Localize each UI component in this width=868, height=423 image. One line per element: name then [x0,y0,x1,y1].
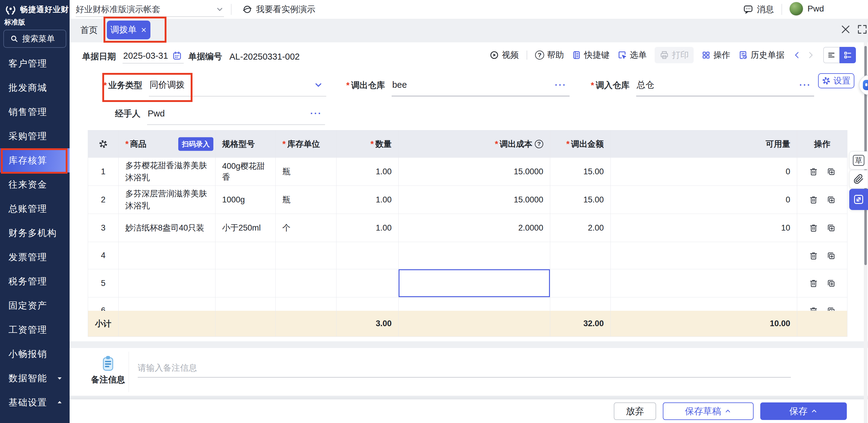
close-icon[interactable] [840,24,851,35]
cell-product[interactable] [119,242,216,269]
cell-qty[interactable]: 1.00 [337,214,399,242]
doc-date-input[interactable]: 2025-03-31 [123,50,184,64]
cell-amount[interactable]: 15.00 [550,186,611,214]
handler-field[interactable]: 经手人 Pwd ··· [115,102,325,125]
delete-row-icon[interactable] [809,167,818,176]
sidebar-item-payroll[interactable]: 工资管理 [0,318,70,342]
draft-list-button[interactable]: 草 [849,151,868,169]
out-warehouse-field[interactable]: * 调出仓库 bee ··· [346,74,569,97]
attachment-button[interactable] [849,170,868,188]
help-button[interactable]: ? 帮助 [535,49,564,61]
cell-qty[interactable]: 1.00 [337,158,399,186]
prev-arrow-icon[interactable] [792,51,801,60]
copy-row-icon[interactable] [827,279,836,288]
sidebar-item-data-intelligence[interactable]: 数据智能 [0,366,70,390]
cell-spec[interactable]: 小于250ml [216,214,276,242]
sidebar-item-expense[interactable]: 小畅报销 [0,342,70,366]
delete-row-icon[interactable] [809,251,818,260]
cell-spec[interactable]: 400g樱花甜香 [216,158,276,186]
more-icon[interactable]: ··· [799,80,811,90]
cell-product[interactable]: 多芬深层营润滋养美肤沐浴乳 [119,186,216,214]
print-button[interactable]: 打印 [655,47,694,63]
demo-link[interactable]: 我要看实例演示 [242,4,315,15]
cell-spec[interactable]: 1000g [216,186,276,214]
sidebar-item-fixed-assets[interactable]: 固定资产 [0,293,70,318]
delete-row-icon[interactable] [809,306,818,311]
cell-unit[interactable] [276,269,337,297]
column-settings-gear-icon[interactable] [88,130,119,158]
cell-cost[interactable] [399,242,550,269]
in-warehouse-field[interactable]: * 调入仓库 总仓 ··· [591,74,814,97]
discard-button[interactable]: 放弃 [614,402,656,420]
pick-order-button[interactable]: 选单 [617,49,647,61]
user-menu[interactable]: Pwd [789,2,824,16]
delete-row-icon[interactable] [809,195,818,204]
list-view-button[interactable] [823,47,840,63]
cell-spec[interactable] [216,242,276,269]
account-selector[interactable]: 好业财标准版演示帐套 [76,2,224,17]
sidebar-item-customer[interactable]: 客户管理 [0,52,70,76]
business-type-field[interactable]: * 业务类型 同价调拨 [103,74,326,97]
copy-row-icon[interactable] [827,195,836,204]
more-icon[interactable]: ··· [310,108,322,119]
cell-cost-selected[interactable] [399,269,550,297]
copy-row-icon[interactable] [827,167,836,176]
cell-amount[interactable]: 2.00 [550,214,611,242]
video-button[interactable]: 视频 [489,49,519,61]
cell-qty[interactable] [337,269,399,297]
copy-row-icon[interactable] [827,306,836,311]
delete-row-icon[interactable] [809,223,818,232]
more-icon[interactable]: ··· [555,80,566,90]
remark-input[interactable] [138,359,791,378]
settings-button[interactable]: 设置 [818,73,855,88]
tab-transfer-order[interactable]: 调拨单 [107,21,150,39]
cell-qty[interactable]: 1.00 [337,186,399,214]
cell-unit[interactable]: 个 [276,214,337,242]
chevron-down-icon[interactable] [314,80,323,90]
calendar-icon[interactable] [172,51,182,61]
save-button[interactable]: 保存 [760,402,847,420]
expand-button[interactable] [849,189,868,210]
copy-row-icon[interactable] [827,251,836,260]
sidebar-item-sales[interactable]: 销售管理 [0,100,70,124]
sidebar-item-multi-org[interactable]: 财务多机构 [0,221,70,245]
sidebar-item-basic-settings[interactable]: 基础设置 [0,390,70,415]
sidebar-item-ledger[interactable]: 总账管理 [0,197,70,221]
cell-unit[interactable]: 瓶 [276,158,337,186]
cell-amount[interactable] [550,242,611,269]
cell-amount[interactable]: 15.00 [550,158,611,186]
cell-cost[interactable]: 2.0000 [399,214,550,242]
fullscreen-icon[interactable] [857,24,867,34]
sidebar-item-funds[interactable]: 往来资金 [0,172,70,197]
cell-product[interactable] [119,269,216,297]
cell-amount[interactable] [550,269,611,297]
tab-home[interactable]: 首页 [80,24,98,36]
cell-cost[interactable]: 15.0000 [399,186,550,214]
sidebar-item-invoice[interactable]: 发票管理 [0,245,70,269]
sidebar-item-tax[interactable]: 税务管理 [0,269,70,293]
cell-cost[interactable]: 15.0000 [399,158,550,186]
history-button[interactable]: 历史单据 [738,49,784,61]
sidebar-item-purchase[interactable]: 采购管理 [0,124,70,148]
cell-unit[interactable]: 瓶 [276,186,337,214]
cell-product[interactable]: 妙洁纸杯8盎司40只装 [119,214,216,242]
cell-unit[interactable] [276,242,337,269]
operate-button[interactable]: 操作 [702,49,730,61]
tab-close-icon[interactable] [141,27,147,33]
cell-qty[interactable] [337,242,399,269]
copy-row-icon[interactable] [827,223,836,232]
menu-search-box[interactable]: 搜索菜单 [3,30,66,48]
delete-row-icon[interactable] [809,279,818,288]
help-circle-icon[interactable]: ? [535,140,543,148]
sidebar-item-inventory-active[interactable]: 库存核算 [0,148,70,172]
next-arrow-icon[interactable] [806,51,815,60]
cell-product[interactable]: 多芬樱花甜香滋养美肤沐浴乳 [119,158,216,186]
table-row-5: 5 [88,269,847,297]
hotkey-button[interactable]: 快捷键 [572,49,610,61]
scan-entry-badge[interactable]: 扫码录入 [178,137,213,151]
messages-button[interactable]: 消息 [743,4,774,15]
save-draft-button[interactable]: 保存草稿 [663,402,753,420]
grid-view-button[interactable] [840,47,856,63]
cell-spec[interactable] [216,269,276,297]
sidebar-item-wholesale[interactable]: 批发商城 [0,76,70,100]
